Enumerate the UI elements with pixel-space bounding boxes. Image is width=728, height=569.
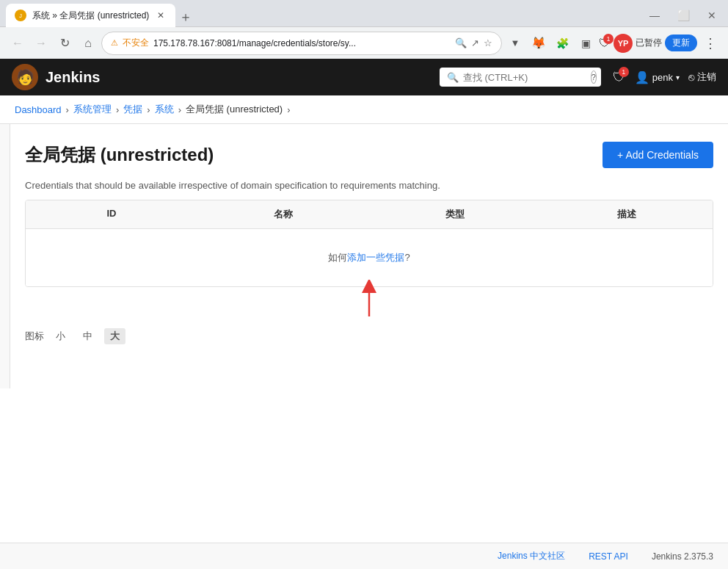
fox-icon[interactable]: 🦊 [528, 33, 549, 54]
arrow-svg [347, 280, 391, 316]
more-options-button[interactable]: ⋮ [700, 33, 721, 54]
url-text: 175.178.78.167:8081/manage/credentials/s… [153, 38, 451, 48]
search-magnifier-icon: 🔍 [447, 72, 459, 83]
breadcrumb-credentials[interactable]: 凭据 [123, 103, 142, 116]
size-large-button[interactable]: 大 [104, 328, 125, 344]
empty-suffix: ? [404, 252, 410, 263]
profile-button[interactable]: YP [614, 34, 633, 53]
breadcrumb-sep-4: › [178, 104, 181, 115]
share-icon: ↗ [471, 37, 479, 48]
breadcrumb-sep-2: › [116, 104, 119, 115]
jenkins-title: Jenkins [46, 69, 100, 86]
search-icon: 🔍 [455, 37, 467, 48]
breadcrumb-sep-3: › [147, 104, 150, 115]
arrow-annotation [25, 287, 713, 316]
sidebar [0, 124, 10, 388]
security-warning-icon: ⚠ [111, 38, 118, 48]
minimize-button[interactable]: — [644, 8, 666, 23]
jenkins-header: 🧑 Jenkins 🔍 ? 🛡 1 👤 penk ▾ ⎋ 注销 [0, 59, 728, 95]
add-credentials-link[interactable]: 添加一些凭据 [347, 252, 404, 263]
empty-prefix: 如何 [328, 252, 347, 263]
help-icon[interactable]: ? [591, 70, 597, 84]
header-shield-badge[interactable]: 🛡 1 [613, 70, 626, 85]
col-header-desc: 描述 [541, 200, 713, 228]
restore-button[interactable]: ⬜ [671, 8, 696, 23]
user-avatar-icon: 👤 [635, 70, 649, 84]
page-header: 全局凭据 (unrestricted) + Add Credentials [25, 142, 713, 168]
logout-icon: ⎋ [688, 71, 694, 83]
new-tab-button[interactable]: ＋ [175, 7, 196, 27]
breadcrumb-current: 全局凭据 (unrestricted) [186, 103, 283, 116]
download-icon[interactable]: ▼ [505, 33, 525, 54]
tab-favicon: J [15, 10, 26, 21]
bookmark-icon[interactable]: ☆ [484, 37, 492, 48]
col-header-id: ID [26, 200, 197, 228]
rest-api-link[interactable]: REST API [589, 551, 628, 562]
icon-size-selector: 图标 小 中 大 [25, 328, 713, 344]
icon-size-label: 图标 [25, 330, 44, 343]
search-input[interactable] [463, 72, 586, 83]
logout-label: 注销 [697, 70, 716, 84]
username-label: penk [652, 72, 673, 83]
shield-count: 1 [603, 34, 614, 44]
extensions-icon[interactable]: 🧩 [552, 33, 572, 54]
profile-status-label: 已暂停 [636, 37, 662, 49]
header-search-bar[interactable]: 🔍 ? [440, 68, 601, 87]
table-header: ID 名称 类型 描述 [26, 200, 713, 229]
breadcrumb-system-manage[interactable]: 系统管理 [73, 103, 112, 116]
col-header-name: 名称 [197, 200, 369, 228]
header-actions: 🛡 1 👤 penk ▾ ⎋ 注销 [613, 70, 716, 85]
back-button[interactable]: ← [7, 33, 28, 54]
home-button[interactable]: ⌂ [78, 33, 98, 54]
breadcrumb: Dashboard › 系统管理 › 凭据 › 系统 › 全局凭据 (unres… [0, 95, 728, 124]
logout-button[interactable]: ⎋ 注销 [688, 70, 716, 84]
jenkins-logo-icon: 🧑 [12, 64, 38, 90]
add-credentials-button[interactable]: + Add Credentials [603, 142, 713, 168]
breadcrumb-system[interactable]: 系统 [155, 103, 174, 116]
forward-button[interactable]: → [31, 33, 51, 54]
page-description: Credentials that should be available irr… [25, 180, 713, 191]
header-shield-count: 1 [619, 67, 629, 77]
breadcrumb-sep-5: › [287, 104, 290, 115]
close-button[interactable]: ✕ [702, 8, 722, 23]
community-link[interactable]: Jenkins 中文社区 [498, 550, 565, 562]
page-title: 全局凭据 (unrestricted) [25, 143, 214, 167]
jenkins-logo[interactable]: 🧑 Jenkins [12, 64, 100, 90]
active-tab[interactable]: J 系统 » 全局凭据 (unrestricted) ✕ [6, 4, 175, 27]
user-dropdown-icon: ▾ [676, 73, 680, 81]
table-body: 如何添加一些凭据? [26, 229, 713, 286]
col-header-type: 类型 [369, 200, 541, 228]
address-bar[interactable]: ⚠ 不安全 175.178.78.167:8081/manage/credent… [101, 32, 502, 55]
version-label: Jenkins 2.375.3 [652, 551, 713, 562]
size-medium-button[interactable]: 中 [77, 328, 98, 344]
table-empty-message: 如何添加一些凭据? [26, 229, 713, 286]
breadcrumb-dashboard[interactable]: Dashboard [15, 104, 62, 115]
security-label: 不安全 [123, 37, 149, 49]
profile-initials: YP [618, 39, 629, 48]
credentials-table: ID 名称 类型 描述 如何添加一些凭据? [25, 200, 713, 287]
tab-title: 系统 » 全局凭据 (unrestricted) [32, 10, 149, 22]
update-button[interactable]: 更新 [665, 35, 697, 51]
tab-close-button[interactable]: ✕ [155, 10, 167, 21]
refresh-button[interactable]: ↻ [54, 33, 75, 54]
user-menu-button[interactable]: 👤 penk ▾ [635, 70, 680, 84]
footer: Jenkins 中文社区 REST API Jenkins 2.375.3 [0, 543, 728, 569]
tab-menu-icon[interactable]: ▣ [575, 33, 596, 54]
shield-badge[interactable]: 🛡 1 [599, 37, 611, 50]
breadcrumb-sep-1: › [66, 104, 69, 115]
size-small-button[interactable]: 小 [50, 328, 71, 344]
